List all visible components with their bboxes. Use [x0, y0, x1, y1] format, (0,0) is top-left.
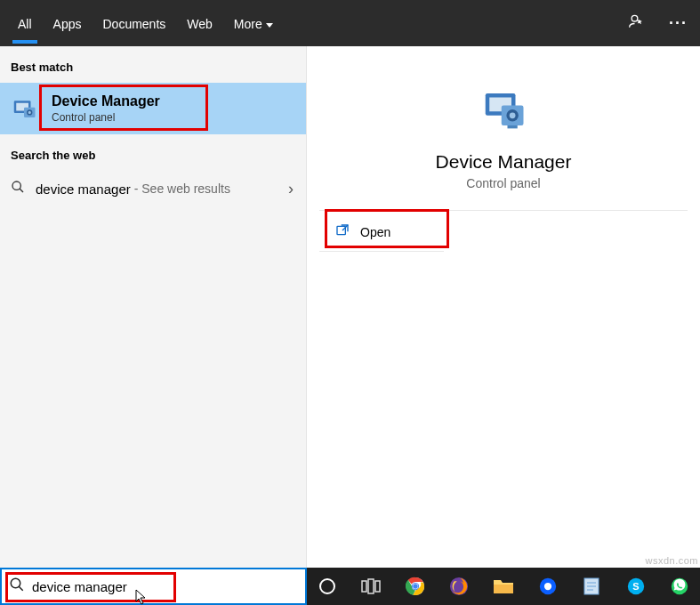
search-icon	[11, 180, 27, 198]
svg-line-7	[20, 189, 23, 192]
task-view-icon[interactable]	[360, 574, 383, 599]
taskbar: S	[307, 568, 700, 605]
open-label: Open	[360, 225, 390, 239]
svg-point-5	[28, 111, 31, 114]
tab-more[interactable]: More	[223, 3, 284, 44]
svg-rect-13	[508, 125, 518, 128]
device-manager-icon	[11, 95, 37, 122]
chevron-down-icon	[266, 23, 273, 28]
tab-more-label: More	[234, 17, 262, 31]
tab-all[interactable]: All	[7, 3, 43, 44]
web-result-query: device manager	[36, 182, 131, 197]
search-web-label: Search the web	[0, 134, 306, 171]
feedback-icon[interactable]	[623, 7, 651, 40]
cortana-icon[interactable]	[316, 574, 339, 599]
svg-point-27	[543, 583, 551, 590]
best-match-result[interactable]: Device Manager Control panel	[0, 83, 306, 134]
web-result-suffix: - See web results	[134, 182, 230, 196]
svg-rect-17	[362, 581, 366, 592]
results-list: Best match Device Manager Control panel …	[0, 46, 307, 568]
svg-rect-14	[337, 226, 345, 234]
result-preview-pane: Device Manager Control panel Open	[307, 46, 700, 568]
chevron-right-icon: ›	[288, 180, 294, 198]
annotation-highlight	[39, 85, 208, 131]
best-match-label: Best match	[0, 57, 306, 83]
svg-rect-18	[368, 579, 374, 593]
tab-web[interactable]: Web	[176, 3, 223, 44]
options-icon[interactable]: ···	[664, 9, 693, 38]
open-action[interactable]: Open	[319, 213, 444, 252]
windows-search-box[interactable]	[0, 568, 307, 605]
web-result-row[interactable]: device manager - See web results ›	[0, 171, 306, 206]
notepad-icon[interactable]	[580, 574, 603, 599]
preview-title: Device Manager	[334, 151, 673, 173]
svg-text:S: S	[632, 581, 639, 592]
whatsapp-icon[interactable]	[669, 574, 692, 599]
tab-apps[interactable]: Apps	[43, 3, 93, 44]
svg-point-0	[632, 15, 638, 21]
preview-subtitle: Control panel	[334, 176, 673, 190]
annotation-highlight	[5, 572, 176, 602]
preview-card: Device Manager Control panel	[319, 59, 688, 211]
file-explorer-icon[interactable]	[492, 574, 515, 599]
svg-point-6	[12, 182, 20, 190]
chrome-icon[interactable]	[404, 574, 427, 599]
opera-icon[interactable]	[536, 574, 559, 599]
tab-documents[interactable]: Documents	[92, 3, 176, 44]
svg-point-23	[413, 584, 418, 589]
search-results-pane: Best match Device Manager Control panel …	[0, 46, 700, 568]
svg-point-12	[510, 112, 516, 118]
svg-rect-25	[494, 585, 513, 593]
svg-rect-19	[375, 581, 380, 592]
open-icon	[335, 223, 350, 240]
firefox-icon[interactable]	[448, 574, 471, 599]
device-manager-icon	[479, 85, 527, 133]
skype-icon[interactable]: S	[624, 574, 648, 599]
watermark-text: wsxdn.com	[645, 555, 698, 566]
search-filter-tabs: All Apps Documents Web More ···	[0, 0, 700, 46]
